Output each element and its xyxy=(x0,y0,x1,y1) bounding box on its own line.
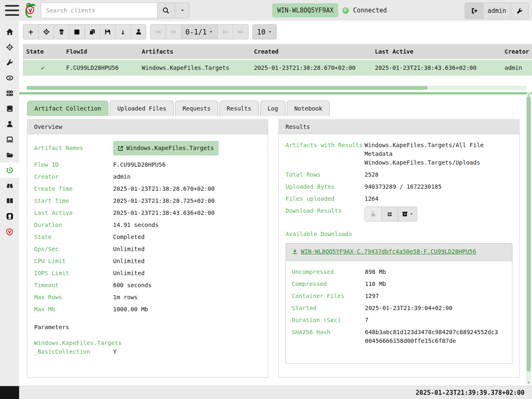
vertical-scrollbar-thumb[interactable] xyxy=(527,96,531,372)
vertical-scrollbar[interactable]: ▲ ▼ xyxy=(526,92,531,385)
tab-requests[interactable]: Requests xyxy=(175,101,218,116)
tab-notebook[interactable]: Notebook xyxy=(287,101,330,116)
flow-user-button[interactable] xyxy=(131,24,146,39)
person-icon xyxy=(6,120,14,128)
sidebar-item-velociraptor-shield[interactable] xyxy=(0,224,19,239)
sidebar-item-artifacts[interactable] xyxy=(0,55,19,70)
sidebar-item-github[interactable] xyxy=(0,209,19,224)
tab-artifact-collection[interactable]: Artifact Collection xyxy=(27,101,108,116)
horizontal-scrollbar[interactable] xyxy=(26,86,527,90)
sidebar-item-hunt[interactable] xyxy=(0,39,19,55)
prev-page-button[interactable] xyxy=(165,24,181,39)
shield-v-icon xyxy=(6,228,13,236)
scroll-down-arrow-icon[interactable]: ▼ xyxy=(526,381,531,384)
sidebar-item-client-events[interactable] xyxy=(0,70,19,86)
results-row: Uploaded Bytes940373289 / 1672230185 xyxy=(286,182,512,191)
download-file-link[interactable]: WIN-WL8OQ5YF9AX-C.79437dbfc4a50e58-F.CU9… xyxy=(292,248,476,255)
user-menu-button[interactable]: admin xyxy=(483,3,511,19)
field-value: 2025-01-23T21:38:43.636+02:00 xyxy=(113,209,214,217)
wrench-icon xyxy=(516,7,523,15)
add-to-hunt-button[interactable] xyxy=(38,24,54,39)
sidebar-item-server-events[interactable] xyxy=(0,86,19,101)
download-icon xyxy=(292,249,298,255)
field-label: Duration (Sec) xyxy=(292,316,365,325)
client-id-badge[interactable]: WIN-WL8OQ5YF9AX xyxy=(272,3,338,17)
sidebar-item-home[interactable] xyxy=(0,24,19,39)
laptop-icon xyxy=(6,135,14,143)
new-collection-button[interactable]: + xyxy=(23,24,39,39)
field-label: CPU Limit xyxy=(34,257,113,266)
sidebar-item-collected-artifacts[interactable] xyxy=(0,163,19,178)
field-label: Ops/Sec xyxy=(34,245,113,254)
sidebar-item-users[interactable] xyxy=(0,116,19,132)
sidebar-item-docs[interactable] xyxy=(0,193,19,209)
plus-icon: + xyxy=(28,27,34,37)
download-row: Started2025-01-23T21:39:04+02:00 xyxy=(292,304,506,313)
sidebar-item-search[interactable] xyxy=(0,178,19,193)
artifact-link-badge[interactable]: Windows.KapeFiles.Targets xyxy=(113,141,219,155)
sidebar-item-server-artifacts[interactable] xyxy=(0,101,19,116)
settings-button[interactable] xyxy=(511,3,528,19)
field-value: Windows.KapeFiles.Targets/All File Metad… xyxy=(365,141,512,167)
next-page-button[interactable] xyxy=(217,24,233,39)
search-input[interactable] xyxy=(41,2,157,18)
folder-open-icon xyxy=(6,151,14,159)
download-row: Compressed110 Mb xyxy=(292,280,506,288)
flow-action-buttons: + ↓ xyxy=(23,24,146,39)
column-header-state: State xyxy=(23,44,63,59)
save-collection-button[interactable] xyxy=(100,24,116,39)
velociraptor-logo[interactable] xyxy=(22,2,37,19)
download-flow-button[interactable]: ↓ xyxy=(115,24,131,39)
column-header-last-active: Last Active xyxy=(372,44,501,59)
main-content: + ↓ 0-1/1 10 xyxy=(19,21,532,386)
status-bar: 2025-01-23T21:39:39.378+02:00 xyxy=(0,386,532,399)
page-size-dropdown[interactable]: 10 xyxy=(252,24,276,39)
overview-row-artifact-names: Artifact Names Windows.KapeFiles.Targets xyxy=(34,141,261,155)
horizontal-scrollbar-thumb[interactable] xyxy=(27,86,428,90)
field-label: Total Rows xyxy=(286,170,365,179)
tab-uploaded-files[interactable]: Uploaded Files xyxy=(110,101,174,116)
search-button[interactable] xyxy=(157,2,175,18)
field-value: 898 Mb xyxy=(365,268,499,276)
artifact-result-item: Windows.KapeFiles.Targets/Uploads xyxy=(365,158,512,167)
scroll-up-arrow-icon[interactable]: ▲ xyxy=(526,92,531,96)
next-page-icon xyxy=(222,29,229,35)
delete-flow-button[interactable] xyxy=(54,24,69,39)
available-download-card: WIN-WL8OQ5YF9AX-C.79437dbfc4a50e58-F.CU9… xyxy=(286,243,512,364)
tab-log[interactable]: Log xyxy=(260,101,286,116)
hamburger-icon[interactable] xyxy=(5,5,19,16)
first-page-button[interactable] xyxy=(150,24,166,39)
connected-dot-icon xyxy=(342,7,349,14)
caret-down-icon xyxy=(409,212,414,216)
collapse-button[interactable] xyxy=(381,207,398,222)
sidebar-item-host-info[interactable] xyxy=(0,132,19,147)
search-options-button[interactable] xyxy=(175,2,190,18)
results-row-artifacts: Artifacts with Results Windows.KapeFiles… xyxy=(286,141,512,167)
field-value: 1000.00 Mb xyxy=(113,305,148,314)
field-value: 2025-01-23T21:39:04+02:00 xyxy=(365,304,499,313)
flow-detail-panel: Artifact Collection Uploaded Files Reque… xyxy=(19,94,532,378)
copy-flow-button[interactable] xyxy=(84,24,100,39)
sidebar-item-vfs[interactable] xyxy=(0,147,19,163)
field-label: Started xyxy=(292,304,365,313)
field-value: 2025-01-23T21:38:28.670+02:00 xyxy=(113,185,214,193)
page-range-dropdown[interactable]: 0-1/1 xyxy=(181,24,218,39)
overview-row: CPU LimitUnlimited xyxy=(34,257,261,266)
client-search-group xyxy=(41,2,190,18)
external-link-icon xyxy=(118,145,123,151)
flow-artifacts-cell: Windows.KapeFiles.Targets xyxy=(138,59,251,76)
stop-flow-button[interactable] xyxy=(69,24,85,39)
wrench-icon xyxy=(6,59,14,66)
overview-row: Max Mb1000.00 Mb xyxy=(34,305,261,314)
field-value: 940373289 / 1672230185 xyxy=(365,182,441,191)
last-page-button[interactable] xyxy=(233,24,249,39)
field-value: 2528 xyxy=(365,170,379,179)
tab-results[interactable]: Results xyxy=(219,101,259,116)
field-label: Artifacts with Results xyxy=(286,141,365,167)
table-row-selected[interactable]: ✓ F.CU99LD28HPU56 Windows.KapeFiles.Targ… xyxy=(23,59,532,76)
pagination-controls: 0-1/1 xyxy=(150,24,249,39)
logout-button[interactable] xyxy=(465,3,483,19)
download-results-buttons xyxy=(365,207,417,222)
prepare-download-button[interactable] xyxy=(398,207,417,222)
password-lock-button[interactable] xyxy=(365,207,382,222)
